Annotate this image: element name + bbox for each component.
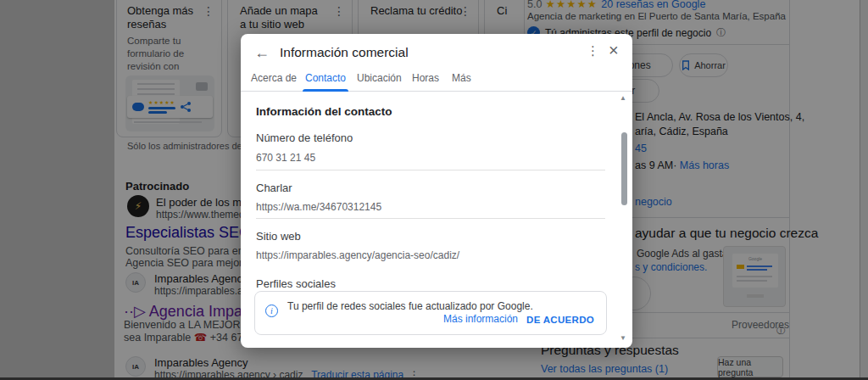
screen: Obtenga más reseñas ⋮ Comparte tu formul…: [0, 0, 868, 380]
acknowledge-button[interactable]: DE ACUERDO: [526, 315, 594, 325]
scrollbar-thumb[interactable]: [621, 132, 627, 205]
kebab-menu-icon[interactable]: ⋮: [587, 43, 599, 59]
divider: [256, 170, 605, 170]
tab-ubicacion[interactable]: Ubicación: [357, 72, 402, 84]
website-field-label: Sitio web: [256, 230, 301, 243]
tab-contacto[interactable]: Contacto: [305, 72, 346, 84]
tab-acerca-de[interactable]: Acerca de: [251, 72, 297, 84]
tab-horas[interactable]: Horas: [412, 72, 439, 84]
scroll-down-icon[interactable]: ▼: [620, 334, 626, 342]
scroll-up-icon[interactable]: ▲: [620, 94, 626, 102]
tab-mas[interactable]: Más: [452, 72, 471, 84]
divider: [256, 218, 605, 219]
back-icon[interactable]: ←: [254, 44, 270, 62]
notice-text: Tu perfil de redes sociales fue actualiz…: [287, 299, 542, 313]
dialog-tabs: Acerca de Contacto Ubicación Horas Más: [241, 68, 632, 92]
dialog-title: Información comercial: [280, 45, 409, 60]
contact-section-title: Información del contacto: [256, 105, 392, 118]
close-icon[interactable]: ×: [609, 41, 619, 60]
info-icon: i: [265, 305, 278, 317]
phone-field-value[interactable]: 670 31 21 45: [256, 152, 315, 164]
website-field-value[interactable]: https://imparables.agency/agencia-seo/ca…: [256, 249, 459, 261]
chat-field-label: Charlar: [256, 182, 292, 194]
chat-field-value[interactable]: https://wa.me/34670312145: [256, 201, 381, 213]
social-profiles-title: Perfiles sociales: [256, 277, 336, 290]
social-update-notice: i Tu perfil de redes sociales fue actual…: [254, 291, 607, 335]
more-info-link[interactable]: Más información: [443, 313, 518, 325]
business-info-dialog: ← Información comercial ⋮ × Acerca de Co…: [241, 34, 632, 348]
phone-field-label: Número de teléfono: [256, 131, 353, 144]
